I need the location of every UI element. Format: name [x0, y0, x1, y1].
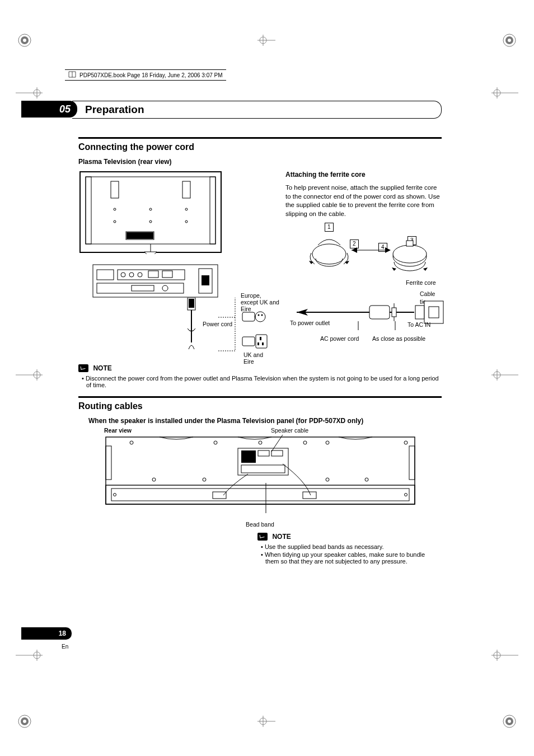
note2-bullet-1: Use the supplied bead bands as necessary…	[261, 543, 437, 550]
register-mark-icon	[16, 369, 44, 381]
svg-point-8	[23, 720, 26, 723]
svg-rect-39	[210, 177, 216, 244]
label-ac-power-cord: AC power cord	[320, 335, 359, 342]
svg-rect-76	[257, 342, 259, 345]
label-rear-view: Rear view	[104, 427, 132, 434]
svg-rect-113	[241, 450, 256, 463]
svg-point-45	[185, 220, 188, 223]
ferrite-heading: Attaching the ferrite core	[285, 170, 442, 179]
note-block-2: NOTE Use the supplied bead bands as nece…	[257, 531, 437, 565]
svg-point-69	[255, 312, 265, 322]
svg-rect-115	[271, 450, 283, 456]
svg-point-124	[404, 494, 407, 496]
svg-point-55	[121, 273, 125, 277]
svg-rect-59	[162, 271, 172, 278]
label-to-power-outlet: To power outlet	[290, 319, 330, 327]
svg-point-57	[138, 273, 142, 277]
svg-point-123	[113, 494, 116, 496]
io-panel-diagram	[92, 264, 218, 298]
label-close: As close as possible	[372, 335, 425, 342]
label-uk-eire: UK and Eire	[243, 351, 274, 365]
ferrite-core-closed-icon	[387, 237, 432, 276]
register-mark-icon	[490, 650, 518, 661]
note-block-1: NOTE Disconnect the power cord from the …	[78, 363, 442, 388]
page-number: 18	[21, 627, 72, 640]
svg-point-5	[508, 39, 511, 42]
svg-point-47	[149, 220, 152, 223]
note-icon	[78, 364, 88, 372]
svg-point-70	[258, 314, 260, 316]
svg-rect-91	[369, 306, 390, 319]
svg-rect-36	[80, 172, 221, 252]
svg-rect-95	[424, 301, 443, 323]
svg-rect-54	[118, 270, 185, 280]
svg-marker-85	[423, 267, 428, 271]
register-mark-icon	[490, 87, 518, 98]
svg-rect-66	[189, 299, 194, 308]
routing-diagram	[104, 429, 417, 519]
ferrite-figure: 1 2 3 4	[285, 223, 442, 351]
svg-rect-58	[148, 271, 158, 278]
svg-point-46	[149, 208, 152, 210]
step-num-1: 1	[325, 223, 334, 232]
svg-marker-84	[392, 267, 396, 271]
svg-point-56	[129, 273, 134, 277]
svg-marker-88	[352, 247, 357, 253]
svg-rect-94	[415, 306, 424, 319]
svg-point-64	[162, 285, 168, 291]
svg-rect-38	[86, 177, 91, 244]
svg-point-44	[185, 208, 188, 210]
svg-rect-122	[409, 446, 415, 480]
svg-rect-99	[106, 437, 415, 504]
svg-point-2	[23, 39, 26, 42]
chapter-number: 05	[21, 101, 77, 118]
label-speaker-cable: Speaker cable	[271, 427, 308, 434]
note-label-2: NOTE	[272, 533, 291, 541]
svg-point-104	[259, 441, 262, 444]
svg-point-43	[114, 220, 116, 223]
svg-point-82	[393, 245, 427, 263]
svg-marker-87	[385, 247, 391, 253]
crop-mark-icon	[500, 712, 518, 730]
crop-mark-icon	[16, 31, 34, 49]
svg-rect-77	[262, 342, 264, 345]
ac-cord-figure	[285, 295, 448, 335]
svg-point-110	[326, 478, 329, 481]
svg-point-111	[365, 478, 368, 481]
section-rule-2	[78, 396, 442, 398]
note-label: NOTE	[93, 364, 111, 372]
svg-rect-75	[260, 337, 261, 340]
ferrite-body: To help prevent noise, attach the suppli…	[285, 184, 442, 218]
routing-subheading: When the speaker is installed under the …	[88, 417, 442, 425]
register-mark-icon	[16, 87, 44, 98]
svg-point-42	[114, 208, 116, 210]
ferrite-core-open-icon	[307, 233, 352, 272]
svg-point-102	[130, 441, 133, 444]
svg-point-108	[152, 478, 156, 481]
note2-bullet-2: When tidying up your speaker cables, mak…	[261, 551, 437, 565]
plasma-rear-heading: Plasma Television (rear view)	[78, 158, 442, 166]
svg-rect-114	[258, 450, 269, 456]
svg-point-11	[508, 720, 511, 723]
svg-point-71	[261, 314, 263, 316]
svg-rect-63	[132, 285, 154, 291]
svg-point-103	[214, 441, 217, 444]
svg-rect-117	[213, 492, 226, 499]
svg-rect-93	[392, 308, 396, 317]
svg-marker-51	[144, 252, 157, 254]
arrow-between-icon	[352, 246, 391, 254]
label-ferrite-core: Ferrite core	[406, 279, 436, 287]
svg-rect-40	[111, 181, 119, 198]
tv-rear-diagram	[78, 170, 223, 254]
svg-point-105	[303, 441, 307, 444]
svg-rect-49	[127, 232, 153, 239]
ferrite-column: Attaching the ferrite core To help preve…	[285, 170, 442, 355]
label-bead-band: Bead band	[78, 521, 442, 528]
svg-rect-121	[106, 446, 111, 480]
svg-rect-83	[406, 241, 413, 246]
svg-point-78	[312, 244, 346, 264]
register-mark-icon	[257, 31, 275, 49]
svg-rect-62	[97, 283, 184, 293]
content-area: Connecting the power cord Plasma Televis…	[78, 137, 442, 566]
file-header-text: PDP507XDE.book Page 18 Friday, June 2, 2…	[79, 72, 223, 78]
